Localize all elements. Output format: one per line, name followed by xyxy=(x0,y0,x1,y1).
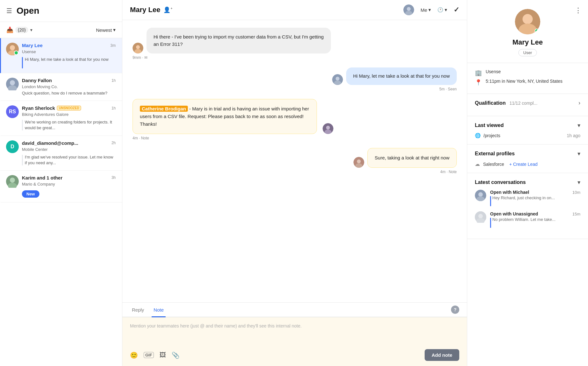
sort-chevron-icon: ▾ xyxy=(113,27,116,33)
profile-name: Mary Lee xyxy=(512,38,543,46)
note-mention: Catherine Brodigan xyxy=(140,106,188,112)
qualification-title: Qualification xyxy=(475,100,506,106)
conv-info: Ryan Sherlock UNSNOOZED 1h Biking Advent… xyxy=(22,105,116,118)
location-icon: 📍 xyxy=(475,79,482,86)
svg-point-22 xyxy=(357,159,361,163)
reply-tabs: Reply Note ? xyxy=(122,303,467,317)
location-text: 5:11pm in New York, NY, United States xyxy=(486,78,563,85)
msg-avatar xyxy=(133,43,143,53)
conv-title: Open with Unassigned xyxy=(490,211,538,216)
clock-chevron-icon: ▾ xyxy=(445,7,447,13)
create-lead-button[interactable]: + Create Lead xyxy=(509,162,537,167)
last-viewed-header: Last viewed ▾ xyxy=(475,122,580,129)
conv-name: Karim and 1 other xyxy=(22,175,63,180)
conv-time: 3m xyxy=(110,43,116,48)
inbox-badge: (20) xyxy=(15,27,28,33)
sort-label: Newest xyxy=(96,27,112,33)
header-left: Mary Lee 👤+ xyxy=(130,6,173,14)
me-button[interactable]: Me ▾ xyxy=(420,7,431,13)
unsnoozed-badge: UNSNOOZED xyxy=(57,106,81,110)
left-panel: ☰ Open 📥 (20) ▾ Newest ▾ Mary L xyxy=(0,0,122,366)
conv-preview: I'm glad we've resolved your issue. Let … xyxy=(25,154,116,166)
attachment-icon[interactable]: 📎 xyxy=(172,351,180,359)
qualification-chevron-icon[interactable]: › xyxy=(578,100,580,106)
right-profile-top: ⋮ Mary Lee User xyxy=(467,0,588,63)
latest-conv-item[interactable]: Open with Unassigned 15m No problem Will… xyxy=(475,211,580,228)
latest-conv-item[interactable]: Open with Michael 10m Hey Richard, just … xyxy=(475,190,580,206)
external-profiles-chevron-icon[interactable]: ▾ xyxy=(578,150,580,157)
inbox-dropdown-icon[interactable]: ▾ xyxy=(30,27,32,32)
conv-top: Open with Michael 10m xyxy=(490,190,580,195)
message-block: Catherine Brodigan - Mary is in trial an… xyxy=(133,99,457,140)
conv-info: david_diamond@comp... 2h Mobile Center xyxy=(22,140,116,153)
conv-name: david_diamond@comp... xyxy=(22,140,78,146)
svg-point-1 xyxy=(10,45,15,50)
svg-point-28 xyxy=(478,192,483,197)
note-bubble: Sure, taking a look at that right now xyxy=(367,148,457,168)
conv-company: Biking Adventures Galore xyxy=(22,112,116,117)
reply-icons: 🙂 GIF 🖼 📎 xyxy=(130,351,180,359)
sort-button[interactable]: Newest ▾ xyxy=(96,27,116,33)
middle-panel: Mary Lee 👤+ Me ▾ 🕐 ▾ ✓ Hi t xyxy=(122,0,467,366)
msg-time: 4m xyxy=(440,170,446,174)
profile-info-section: 🏢 Usense 📍 5:11pm in New York, NY, Unite… xyxy=(467,63,588,94)
online-status-dot xyxy=(535,29,539,33)
list-item[interactable]: Karim and 1 other 3h Mario & Company New xyxy=(0,171,122,202)
resolve-button[interactable]: ✓ xyxy=(454,6,459,14)
note-area[interactable]: Mention your teammates here (just @ and … xyxy=(122,317,467,346)
add-user-icon[interactable]: 👤+ xyxy=(163,6,172,13)
avatar: D xyxy=(6,140,19,153)
msg-meta: 4m · Note xyxy=(133,136,457,140)
conv-avatar xyxy=(475,190,486,201)
building-icon: 🏢 xyxy=(475,69,482,76)
left-header: ☰ Open xyxy=(0,0,122,22)
list-item[interactable]: RS Ryan Sherlock UNSNOOZED 1h Biking Adv… xyxy=(0,101,122,136)
qualification-value: 11/12 compl... xyxy=(509,101,537,106)
conv-preview: Hi Mary, let me take a look at that for … xyxy=(25,57,109,62)
more-options-icon[interactable]: ⋮ xyxy=(575,6,582,15)
qualification-section: Qualification 11/12 compl... › xyxy=(467,94,588,116)
note-label: Note xyxy=(449,170,457,174)
company-row: 🏢 Usense xyxy=(475,69,580,76)
conv-time: 10m xyxy=(572,190,580,195)
gif-icon[interactable]: GIF xyxy=(144,352,154,358)
help-icon[interactable]: ? xyxy=(451,306,459,314)
note-placeholder: Mention your teammates here (just @ and … xyxy=(130,322,459,329)
message-block: Sure, taking a look at that right now 4m… xyxy=(133,148,457,174)
latest-conv-chevron-icon[interactable]: ▾ xyxy=(578,179,580,186)
svg-point-7 xyxy=(10,178,15,183)
list-item[interactable]: Danny Fallon 1h London Moving Co. Quick … xyxy=(0,73,122,101)
msg-avatar xyxy=(353,157,364,168)
tab-note[interactable]: Note xyxy=(152,303,166,317)
svg-point-25 xyxy=(523,14,533,24)
tab-reply[interactable]: Reply xyxy=(130,303,146,317)
avatar: RS xyxy=(6,105,19,118)
last-viewed-chevron-icon[interactable]: ▾ xyxy=(578,122,580,129)
salesforce-icon: ☁ xyxy=(475,161,480,167)
salesforce-label: Salesforce xyxy=(483,162,504,167)
conv-company: London Moving Co. xyxy=(22,84,116,89)
latest-conversations-section: Latest conversations ▾ Open with Michael… xyxy=(467,173,588,239)
conv-preview: No problem William. Let me take... xyxy=(490,217,580,228)
blue-bar xyxy=(490,218,491,228)
list-item[interactable]: D david_diamond@comp... 2h Mobile Center… xyxy=(0,136,122,171)
list-item[interactable]: Mary Lee 3m Usense Hi Mary, let me take … xyxy=(0,38,122,73)
inbox-count[interactable]: 📥 (20) ▾ xyxy=(6,26,32,33)
msg-avatar xyxy=(323,123,333,134)
msg-meta: 9mm · ✉ xyxy=(133,55,457,60)
svg-point-10 xyxy=(407,7,411,11)
avatar xyxy=(6,78,19,90)
snooze-button[interactable]: 🕐 ▾ xyxy=(437,7,447,13)
blue-bar xyxy=(490,196,491,206)
msg-meta: 5m · Seen xyxy=(133,87,457,91)
emoji-icon[interactable]: 🙂 xyxy=(130,351,138,359)
menu-icon[interactable]: ☰ xyxy=(6,7,12,15)
middle-header: Mary Lee 👤+ Me ▾ 🕐 ▾ ✓ xyxy=(122,0,467,20)
conv-preview: We're working on creating folders for pr… xyxy=(25,119,116,131)
add-note-button[interactable]: Add note xyxy=(425,349,459,361)
msg-time: 4m xyxy=(133,136,138,140)
conv-info: Open with Michael 10m Hey Richard, just … xyxy=(490,190,580,206)
image-icon[interactable]: 🖼 xyxy=(160,351,166,359)
web-icon: 🌐 xyxy=(475,133,481,138)
conv-info: Danny Fallon 1h London Moving Co. Quick … xyxy=(22,78,116,96)
